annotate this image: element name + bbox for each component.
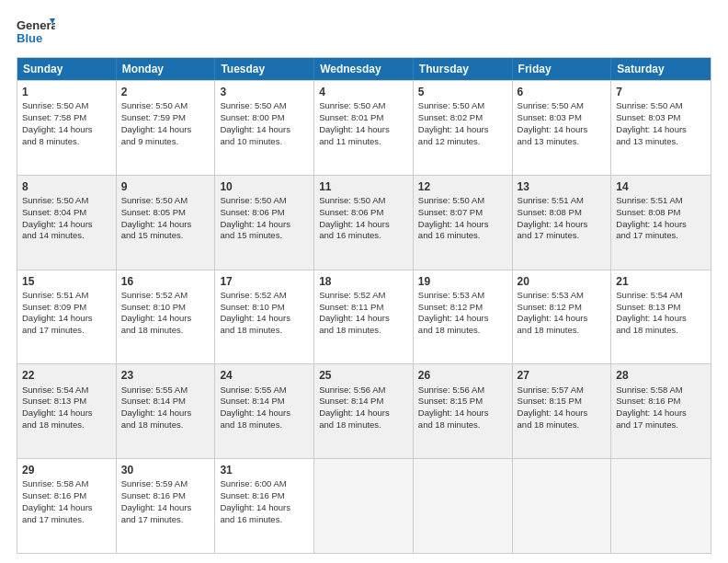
col-thursday: Thursday: [414, 58, 513, 80]
col-sunday: Sunday: [17, 58, 117, 80]
cell-dec-14: 14 Sunrise: 5:51 AMSunset: 8:08 PMDaylig…: [611, 176, 711, 270]
week-3: 15 Sunrise: 5:51 AMSunset: 8:09 PMDaylig…: [17, 270, 711, 364]
cell-dec-15: 15 Sunrise: 5:51 AMSunset: 8:09 PMDaylig…: [17, 270, 117, 364]
cell-dec-23: 23 Sunrise: 5:55 AMSunset: 8:14 PMDaylig…: [117, 364, 216, 458]
cell-dec-7: 7 Sunrise: 5:50 AMSunset: 8:03 PMDayligh…: [611, 81, 711, 175]
cell-dec-31: 31 Sunrise: 6:00 AMSunset: 8:16 PMDaylig…: [215, 459, 314, 553]
cell-dec-21: 21 Sunrise: 5:54 AMSunset: 8:13 PMDaylig…: [611, 270, 711, 364]
cell-dec-19: 19 Sunrise: 5:53 AMSunset: 8:12 PMDaylig…: [414, 270, 513, 364]
cell-dec-18: 18 Sunrise: 5:52 AMSunset: 8:11 PMDaylig…: [314, 270, 414, 364]
logo-svg: General Blue: [17, 17, 55, 50]
cell-dec-11: 11 Sunrise: 5:50 AMSunset: 8:06 PMDaylig…: [314, 176, 414, 270]
cell-dec-28: 28 Sunrise: 5:58 AMSunset: 8:16 PMDaylig…: [611, 364, 711, 458]
cell-dec-3: 3 Sunrise: 5:50 AMSunset: 8:00 PMDayligh…: [215, 81, 314, 175]
calendar-header: Sunday Monday Tuesday Wednesday Thursday…: [17, 58, 711, 80]
cell-dec-17: 17 Sunrise: 5:52 AMSunset: 8:10 PMDaylig…: [215, 270, 314, 364]
cell-dec-4: 4 Sunrise: 5:50 AMSunset: 8:01 PMDayligh…: [314, 81, 414, 175]
cell-dec-26: 26 Sunrise: 5:56 AMSunset: 8:15 PMDaylig…: [414, 364, 513, 458]
cell-dec-24: 24 Sunrise: 5:55 AMSunset: 8:14 PMDaylig…: [215, 364, 314, 458]
calendar: Sunday Monday Tuesday Wednesday Thursday…: [17, 57, 711, 554]
cell-dec-9: 9 Sunrise: 5:50 AMSunset: 8:05 PMDayligh…: [117, 176, 216, 270]
svg-text:Blue: Blue: [17, 31, 42, 45]
header: General Blue: [17, 17, 711, 50]
cell-empty-5: [414, 459, 513, 553]
svg-text:General: General: [17, 18, 55, 32]
cell-dec-22: 22 Sunrise: 5:54 AMSunset: 8:13 PMDaylig…: [17, 364, 117, 458]
col-saturday: Saturday: [611, 58, 711, 80]
cell-dec-2: 2 Sunrise: 5:50 AMSunset: 7:59 PMDayligh…: [117, 81, 216, 175]
cell-empty-6: [513, 459, 612, 553]
calendar-body: 1 Sunrise: 5:50 AMSunset: 7:58 PMDayligh…: [17, 80, 711, 553]
cell-dec-20: 20 Sunrise: 5:53 AMSunset: 8:12 PMDaylig…: [513, 270, 612, 364]
cell-dec-1: 1 Sunrise: 5:50 AMSunset: 7:58 PMDayligh…: [17, 81, 117, 175]
cell-dec-25: 25 Sunrise: 5:56 AMSunset: 8:14 PMDaylig…: [314, 364, 414, 458]
col-wednesday: Wednesday: [314, 58, 414, 80]
page: General Blue Sunday Monday Tuesday Wedne…: [0, 0, 728, 563]
cell-empty-7: [611, 459, 711, 553]
cell-dec-13: 13 Sunrise: 5:51 AMSunset: 8:08 PMDaylig…: [513, 176, 612, 270]
col-monday: Monday: [117, 58, 216, 80]
col-friday: Friday: [513, 58, 612, 80]
week-4: 22 Sunrise: 5:54 AMSunset: 8:13 PMDaylig…: [17, 363, 711, 458]
cell-dec-27: 27 Sunrise: 5:57 AMSunset: 8:15 PMDaylig…: [513, 364, 612, 458]
cell-dec-16: 16 Sunrise: 5:52 AMSunset: 8:10 PMDaylig…: [117, 270, 216, 364]
cell-dec-12: 12 Sunrise: 5:50 AMSunset: 8:07 PMDaylig…: [414, 176, 513, 270]
cell-dec-30: 30 Sunrise: 5:59 AMSunset: 8:16 PMDaylig…: [117, 459, 216, 553]
week-5: 29 Sunrise: 5:58 AMSunset: 8:16 PMDaylig…: [17, 458, 711, 553]
logo: General Blue: [17, 17, 55, 50]
cell-empty-4: [314, 459, 414, 553]
cell-dec-8: 8 Sunrise: 5:50 AMSunset: 8:04 PMDayligh…: [17, 176, 117, 270]
col-tuesday: Tuesday: [215, 58, 314, 80]
cell-dec-29: 29 Sunrise: 5:58 AMSunset: 8:16 PMDaylig…: [17, 459, 117, 553]
cell-dec-5: 5 Sunrise: 5:50 AMSunset: 8:02 PMDayligh…: [414, 81, 513, 175]
cell-dec-6: 6 Sunrise: 5:50 AMSunset: 8:03 PMDayligh…: [513, 81, 612, 175]
week-2: 8 Sunrise: 5:50 AMSunset: 8:04 PMDayligh…: [17, 175, 711, 270]
cell-dec-10: 10 Sunrise: 5:50 AMSunset: 8:06 PMDaylig…: [215, 176, 314, 270]
week-1: 1 Sunrise: 5:50 AMSunset: 7:58 PMDayligh…: [17, 80, 711, 175]
